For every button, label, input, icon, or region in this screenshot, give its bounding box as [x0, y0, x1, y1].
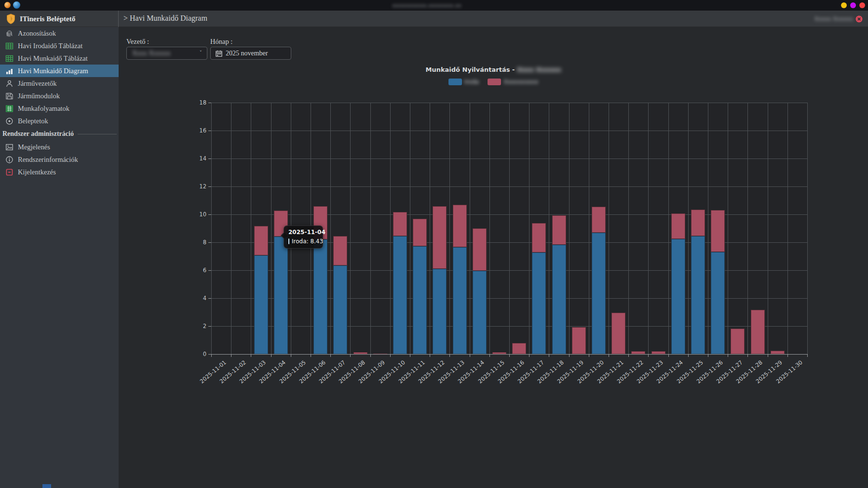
sidebar-item-havi-irodaido-tablazat[interactable]: Havi Irodaidő Táblázat	[0, 40, 119, 52]
app-header: ITineris Beléptető > Havi Munkaidő Diagr…	[0, 11, 868, 27]
gridline-vertical	[509, 103, 510, 354]
app-swirl-icon	[4, 2, 11, 8]
bar-segment-other-2025-11-16[interactable]	[512, 343, 526, 354]
bar-segment-other-2025-11-25[interactable]	[691, 210, 705, 236]
bar-segment-other-2025-11-12[interactable]	[433, 206, 447, 269]
vezeto-label: Vezető :	[126, 38, 149, 46]
legend-entry-0[interactable]: Iroda	[448, 79, 479, 85]
sidebar-item-rendszerinformaciok[interactable]: Rendszerinformációk	[0, 153, 119, 166]
gridline-vertical	[688, 103, 689, 354]
bar-segment-iroda-2025-11-13[interactable]	[453, 247, 467, 354]
bar-segment-other-2025-11-21[interactable]	[611, 313, 625, 354]
chart-tooltip: 2025-11-04 Iroda: 8.43	[284, 225, 323, 249]
shield-icon	[6, 13, 15, 24]
y-axis-label: 14	[182, 155, 206, 162]
window-title: xxxxxxxxxxx.xxxxxxxx.xx	[347, 2, 506, 8]
bar-segment-other-2025-11-19[interactable]	[572, 327, 586, 354]
table-filled-icon	[5, 105, 14, 113]
bar-segment-other-2025-11-29[interactable]	[771, 351, 785, 354]
bar-segment-other-2025-11-18[interactable]	[552, 215, 566, 244]
logged-in-user: Xxxxx Xxxxxx	[814, 15, 853, 23]
bar-segment-other-2025-11-03[interactable]	[254, 226, 268, 255]
bar-segment-iroda-2025-11-07[interactable]	[333, 265, 347, 354]
bar-segment-other-2025-11-20[interactable]	[592, 207, 606, 232]
sidebar-item-jarmumodulok[interactable]: Járműmodulok	[0, 90, 119, 102]
bar-segment-iroda-2025-11-14[interactable]	[473, 271, 487, 354]
gridline-vertical	[768, 103, 768, 354]
bar-segment-iroda-2025-11-25[interactable]	[691, 236, 705, 354]
user-area: Xxxxx Xxxxxx	[814, 14, 863, 24]
gridline-vertical	[231, 103, 231, 354]
gridline-vertical	[470, 103, 470, 354]
bar-segment-other-2025-11-28[interactable]	[751, 310, 765, 354]
bar-segment-iroda-2025-11-12[interactable]	[433, 269, 447, 354]
bar-segment-iroda-2025-11-18[interactable]	[552, 245, 566, 354]
window-maximize-button[interactable]	[850, 2, 856, 8]
bar-chart-icon	[5, 67, 14, 75]
bar-segment-iroda-2025-11-24[interactable]	[671, 239, 685, 354]
gridline-vertical	[609, 103, 609, 354]
logout-icon	[5, 168, 14, 176]
bar-segment-iroda-2025-11-06[interactable]	[313, 239, 327, 354]
bar-segment-other-2025-11-13[interactable]	[453, 205, 467, 248]
bar-segment-iroda-2025-11-03[interactable]	[254, 255, 268, 354]
window-close-button[interactable]	[859, 2, 865, 8]
legend-label: Iroda	[464, 79, 479, 85]
table-icon	[5, 42, 14, 50]
sidebar-item-havi-munkaido-tablazat[interactable]: Havi Munkaidő Táblázat	[0, 52, 119, 65]
person-icon	[5, 79, 14, 88]
app-title: ITineris Beléptető	[20, 15, 75, 23]
os-titlebar: xxxxxxxxxxx.xxxxxxxx.xx	[0, 0, 868, 11]
bar-segment-other-2025-11-17[interactable]	[532, 223, 546, 252]
legend-label: Xxxxxxxxxx	[503, 79, 538, 85]
gridline-vertical	[807, 103, 808, 354]
gridline-vertical	[271, 103, 271, 354]
sidebar-section-label: Rendszer adminisztráció	[2, 130, 74, 138]
legend-entry-1[interactable]: Xxxxxxxxxx	[488, 79, 538, 85]
gridline-vertical	[787, 103, 788, 354]
tooltip-date: 2025-11-04	[288, 229, 318, 236]
bar-segment-iroda-2025-11-10[interactable]	[393, 236, 407, 354]
y-axis-label: 6	[182, 267, 206, 274]
bar-segment-other-2025-11-10[interactable]	[393, 212, 407, 236]
sidebar-item-kijelentkezes[interactable]: Kijelentkezés	[0, 166, 119, 178]
bar-segment-iroda-2025-11-20[interactable]	[592, 233, 606, 354]
gridline-vertical	[211, 103, 212, 354]
gridline-vertical	[330, 103, 331, 354]
sidebar-item-beleptetok[interactable]: Beleptetok	[0, 115, 119, 127]
bar-segment-iroda-2025-11-26[interactable]	[711, 252, 725, 354]
vezeto-select[interactable]: Xxxx Xxxxxx ˅	[126, 47, 207, 60]
bar-segment-other-2025-11-24[interactable]	[671, 213, 685, 239]
sidebar-section-header: Rendszer adminisztráció	[0, 127, 119, 141]
window-minimize-button[interactable]	[841, 2, 847, 8]
legend-swatch	[488, 79, 501, 85]
sidebar-item-havi-munkaido-diagram[interactable]: Havi Munkaidő Diagram	[0, 65, 119, 77]
sidebar-item-megjelenes[interactable]: Megjelenés	[0, 141, 119, 153]
legend-swatch	[448, 79, 462, 85]
y-axis-label: 18	[182, 99, 206, 106]
sidebar-item-jarmuvezetok[interactable]: Járművezetők	[0, 77, 119, 90]
close-session-icon[interactable]	[855, 15, 863, 23]
bar-segment-iroda-2025-11-04[interactable]	[274, 237, 288, 354]
bar-segment-other-2025-11-14[interactable]	[473, 228, 487, 271]
image-icon	[5, 143, 14, 151]
chart-legend: IrodaXxxxxxxxxx	[119, 79, 868, 85]
sidebar-item-azonositasok[interactable]: Azonosítások	[0, 27, 119, 40]
bar-segment-other-2025-11-11[interactable]	[413, 219, 427, 246]
bar-segment-other-2025-11-07[interactable]	[333, 236, 347, 265]
chevron-down-icon: ˅	[200, 50, 203, 56]
y-axis-label: 12	[182, 183, 206, 190]
bar-segment-other-2025-11-26[interactable]	[711, 210, 725, 252]
bar-segment-other-2025-11-27[interactable]	[731, 329, 745, 354]
chart-title: Munkaidő Nyilvántartás - Xxxx Xxxxxx	[119, 66, 868, 73]
sidebar-item-munkafolyamatok[interactable]: Munkafolyamatok	[0, 102, 119, 115]
gridline-vertical	[668, 103, 669, 354]
bar-segment-iroda-2025-11-17[interactable]	[532, 252, 546, 354]
y-axis-label: 16	[182, 127, 206, 134]
bar-segment-iroda-2025-11-11[interactable]	[413, 246, 427, 354]
honap-picker[interactable]: 2025 november	[210, 47, 291, 60]
fingerprint-icon	[5, 29, 14, 38]
gridline-vertical	[489, 103, 490, 354]
tooltip-series-row: Iroda: 8.43	[288, 238, 318, 245]
main-content: Vezető : Xxxx Xxxxxx ˅ Hónap : 2025 nove…	[119, 27, 868, 488]
